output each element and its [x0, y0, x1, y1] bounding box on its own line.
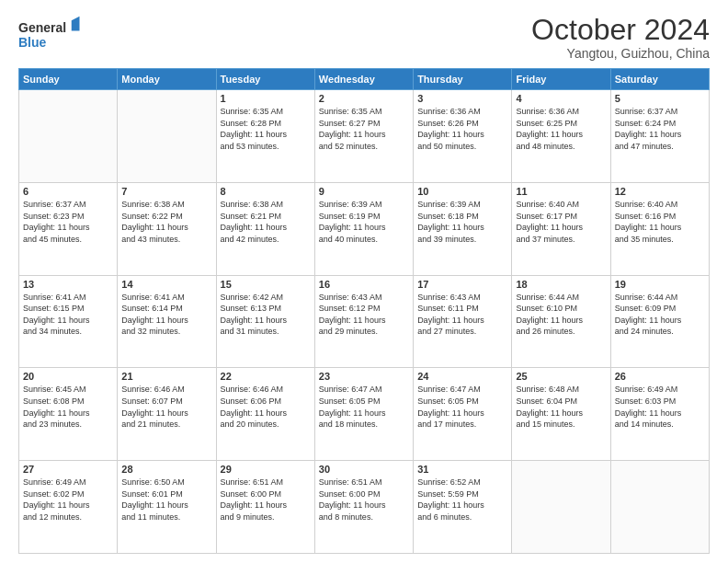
day-number: 15 [221, 279, 311, 290]
calendar-day-cell: 8Sunrise: 6:38 AM Sunset: 6:21 PM Daylig… [216, 182, 314, 275]
logo: General Blue [18, 14, 83, 55]
calendar-day-cell: 6Sunrise: 6:37 AM Sunset: 6:23 PM Daylig… [19, 182, 118, 275]
day-number: 17 [417, 279, 507, 290]
day-info: Sunrise: 6:47 AM Sunset: 6:05 PM Dayligh… [417, 384, 507, 430]
calendar-day-cell: 26Sunrise: 6:49 AM Sunset: 6:03 PM Dayli… [610, 368, 709, 461]
day-info: Sunrise: 6:52 AM Sunset: 5:59 PM Dayligh… [417, 477, 507, 523]
calendar-day-cell: 31Sunrise: 6:52 AM Sunset: 5:59 PM Dayli… [414, 461, 512, 554]
calendar-day-cell: 18Sunrise: 6:44 AM Sunset: 6:10 PM Dayli… [512, 275, 610, 368]
calendar-day-cell: 15Sunrise: 6:42 AM Sunset: 6:13 PM Dayli… [216, 275, 314, 368]
day-number: 22 [221, 371, 311, 382]
header-sunday: Sunday [19, 69, 118, 90]
location: Yangtou, Guizhou, China [531, 46, 710, 61]
day-info: Sunrise: 6:48 AM Sunset: 6:04 PM Dayligh… [516, 384, 606, 430]
day-info: Sunrise: 6:36 AM Sunset: 6:25 PM Dayligh… [516, 106, 606, 152]
day-info: Sunrise: 6:44 AM Sunset: 6:09 PM Dayligh… [615, 292, 705, 338]
day-info: Sunrise: 6:37 AM Sunset: 6:23 PM Dayligh… [23, 199, 113, 245]
calendar-day-cell: 4Sunrise: 6:36 AM Sunset: 6:25 PM Daylig… [512, 90, 610, 183]
day-number: 21 [121, 371, 211, 382]
day-info: Sunrise: 6:40 AM Sunset: 6:17 PM Dayligh… [516, 199, 606, 245]
day-number: 18 [516, 279, 606, 290]
day-info: Sunrise: 6:35 AM Sunset: 6:27 PM Dayligh… [319, 106, 409, 152]
day-info: Sunrise: 6:51 AM Sunset: 6:00 PM Dayligh… [221, 477, 311, 523]
calendar-day-cell: 29Sunrise: 6:51 AM Sunset: 6:00 PM Dayli… [216, 461, 314, 554]
day-number: 9 [319, 186, 409, 197]
calendar-day-cell: 13Sunrise: 6:41 AM Sunset: 6:15 PM Dayli… [19, 275, 118, 368]
calendar-day-cell: 11Sunrise: 6:40 AM Sunset: 6:17 PM Dayli… [512, 182, 610, 275]
day-info: Sunrise: 6:42 AM Sunset: 6:13 PM Dayligh… [221, 292, 311, 338]
calendar-day-cell: 17Sunrise: 6:43 AM Sunset: 6:11 PM Dayli… [414, 275, 512, 368]
calendar-day-cell: 16Sunrise: 6:43 AM Sunset: 6:12 PM Dayli… [314, 275, 413, 368]
calendar-day-cell: 24Sunrise: 6:47 AM Sunset: 6:05 PM Dayli… [414, 368, 512, 461]
calendar-week-row: 27Sunrise: 6:49 AM Sunset: 6:02 PM Dayli… [19, 461, 710, 554]
calendar-table: Sunday Monday Tuesday Wednesday Thursday… [18, 68, 710, 554]
header: General Blue October 2024 Yangtou, Guizh… [18, 14, 710, 61]
calendar-day-cell: 7Sunrise: 6:38 AM Sunset: 6:22 PM Daylig… [118, 182, 216, 275]
calendar-day-cell: 10Sunrise: 6:39 AM Sunset: 6:18 PM Dayli… [414, 182, 512, 275]
day-number: 3 [417, 93, 507, 104]
day-number: 12 [615, 186, 705, 197]
title-area: October 2024 Yangtou, Guizhou, China [531, 14, 710, 61]
calendar-week-row: 20Sunrise: 6:45 AM Sunset: 6:08 PM Dayli… [19, 368, 710, 461]
day-info: Sunrise: 6:39 AM Sunset: 6:19 PM Dayligh… [319, 199, 409, 245]
day-info: Sunrise: 6:38 AM Sunset: 6:22 PM Dayligh… [121, 199, 211, 245]
calendar-day-cell: 27Sunrise: 6:49 AM Sunset: 6:02 PM Dayli… [19, 461, 118, 554]
svg-text:General: General [18, 20, 66, 35]
day-number: 26 [615, 371, 705, 382]
calendar-day-cell: 30Sunrise: 6:51 AM Sunset: 6:00 PM Dayli… [314, 461, 413, 554]
day-info: Sunrise: 6:43 AM Sunset: 6:12 PM Dayligh… [319, 292, 409, 338]
calendar-day-cell: 25Sunrise: 6:48 AM Sunset: 6:04 PM Dayli… [512, 368, 610, 461]
day-info: Sunrise: 6:38 AM Sunset: 6:21 PM Dayligh… [221, 199, 311, 245]
day-number: 23 [319, 371, 409, 382]
calendar-page: General Blue October 2024 Yangtou, Guizh… [0, 0, 728, 563]
day-number: 6 [23, 186, 113, 197]
day-number: 8 [221, 186, 311, 197]
day-number: 1 [221, 93, 311, 104]
calendar-day-cell [610, 461, 709, 554]
calendar-day-cell: 20Sunrise: 6:45 AM Sunset: 6:08 PM Dayli… [19, 368, 118, 461]
calendar-day-cell: 3Sunrise: 6:36 AM Sunset: 6:26 PM Daylig… [414, 90, 512, 183]
day-info: Sunrise: 6:41 AM Sunset: 6:14 PM Dayligh… [121, 292, 211, 338]
day-number: 30 [319, 464, 409, 475]
svg-marker-2 [72, 17, 80, 31]
calendar-day-cell: 14Sunrise: 6:41 AM Sunset: 6:14 PM Dayli… [118, 275, 216, 368]
day-info: Sunrise: 6:50 AM Sunset: 6:01 PM Dayligh… [121, 477, 211, 523]
day-info: Sunrise: 6:49 AM Sunset: 6:03 PM Dayligh… [615, 384, 705, 430]
day-number: 13 [23, 279, 113, 290]
day-number: 5 [615, 93, 705, 104]
day-number: 28 [121, 464, 211, 475]
day-info: Sunrise: 6:41 AM Sunset: 6:15 PM Dayligh… [23, 292, 113, 338]
calendar-day-cell: 19Sunrise: 6:44 AM Sunset: 6:09 PM Dayli… [610, 275, 709, 368]
day-info: Sunrise: 6:45 AM Sunset: 6:08 PM Dayligh… [23, 384, 113, 430]
calendar-day-cell [512, 461, 610, 554]
day-number: 11 [516, 186, 606, 197]
logo-svg: General Blue [18, 14, 83, 55]
weekday-header-row: Sunday Monday Tuesday Wednesday Thursday… [19, 69, 710, 90]
calendar-day-cell: 5Sunrise: 6:37 AM Sunset: 6:24 PM Daylig… [610, 90, 709, 183]
day-info: Sunrise: 6:43 AM Sunset: 6:11 PM Dayligh… [417, 292, 507, 338]
calendar-day-cell: 9Sunrise: 6:39 AM Sunset: 6:19 PM Daylig… [314, 182, 413, 275]
day-number: 24 [417, 371, 507, 382]
day-number: 10 [417, 186, 507, 197]
day-number: 14 [121, 279, 211, 290]
header-wednesday: Wednesday [314, 69, 413, 90]
calendar-day-cell: 23Sunrise: 6:47 AM Sunset: 6:05 PM Dayli… [314, 368, 413, 461]
calendar-day-cell: 12Sunrise: 6:40 AM Sunset: 6:16 PM Dayli… [610, 182, 709, 275]
day-info: Sunrise: 6:51 AM Sunset: 6:00 PM Dayligh… [319, 477, 409, 523]
day-info: Sunrise: 6:37 AM Sunset: 6:24 PM Dayligh… [615, 106, 705, 152]
calendar-day-cell [19, 90, 118, 183]
day-info: Sunrise: 6:46 AM Sunset: 6:07 PM Dayligh… [121, 384, 211, 430]
calendar-week-row: 6Sunrise: 6:37 AM Sunset: 6:23 PM Daylig… [19, 182, 710, 275]
day-number: 27 [23, 464, 113, 475]
header-friday: Friday [512, 69, 610, 90]
day-number: 4 [516, 93, 606, 104]
calendar-week-row: 13Sunrise: 6:41 AM Sunset: 6:15 PM Dayli… [19, 275, 710, 368]
calendar-day-cell: 21Sunrise: 6:46 AM Sunset: 6:07 PM Dayli… [118, 368, 216, 461]
day-info: Sunrise: 6:40 AM Sunset: 6:16 PM Dayligh… [615, 199, 705, 245]
day-info: Sunrise: 6:36 AM Sunset: 6:26 PM Dayligh… [417, 106, 507, 152]
day-info: Sunrise: 6:35 AM Sunset: 6:28 PM Dayligh… [221, 106, 311, 152]
header-saturday: Saturday [610, 69, 709, 90]
svg-text:Blue: Blue [18, 35, 47, 50]
calendar-day-cell: 22Sunrise: 6:46 AM Sunset: 6:06 PM Dayli… [216, 368, 314, 461]
day-number: 2 [319, 93, 409, 104]
